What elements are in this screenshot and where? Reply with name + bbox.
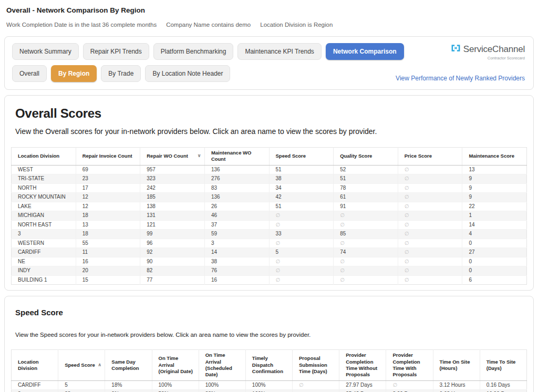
value-cell: 9: [462, 174, 527, 184]
table-row: 3330%50%33%100%∅25.42 Days8.00 Days6.68 …: [12, 390, 527, 392]
speed-score-description: View the Speed scores for your in-networ…: [15, 332, 523, 338]
column-header[interactable]: Repair Invoice Count: [76, 148, 140, 166]
value-cell: 90: [140, 257, 205, 266]
value-cell: ∅: [269, 220, 334, 230]
value-cell: ∅: [398, 266, 462, 276]
primary-tabs-row: Network SummaryRepair KPI TrendsPlatform…: [12, 43, 526, 60]
value-cell: 5: [58, 380, 105, 390]
column-header[interactable]: Time To Site (Days): [480, 350, 526, 380]
value-cell: 5: [269, 248, 334, 257]
area-name-cell[interactable]: 3: [12, 390, 58, 392]
value-cell: 100%: [245, 380, 292, 390]
value-cell: 0: [462, 266, 527, 276]
column-header[interactable]: Price Score: [398, 148, 462, 166]
filter-location-division[interactable]: Location Division is Region: [260, 22, 333, 28]
area-name-cell[interactable]: LAKE: [12, 202, 76, 211]
table-row: ROCKY MOUNTAIN121851364261∅9: [12, 193, 527, 202]
column-header[interactable]: Maintenance Score: [462, 148, 527, 166]
column-header[interactable]: On Time Arrival (Scheduled Date): [199, 350, 245, 380]
area-name-cell[interactable]: TRI-STATE: [12, 174, 76, 184]
column-header[interactable]: Provider Completion Time With Proposals: [386, 350, 433, 380]
value-cell: 9: [462, 193, 527, 202]
value-cell: 33: [269, 230, 334, 239]
value-cell: 14: [462, 220, 527, 230]
value-cell: 0: [462, 257, 527, 266]
value-cell: 76: [204, 266, 269, 276]
filter-work-completion-date[interactable]: Work Completion Date is in the last 36 c…: [6, 22, 157, 28]
column-header[interactable]: Provider Completion Time Without Proposa…: [339, 350, 386, 380]
area-name-cell[interactable]: CARDIFF: [12, 248, 76, 257]
area-name-cell[interactable]: NE: [12, 257, 76, 266]
column-header[interactable]: Repair WO Count∨: [140, 148, 205, 166]
value-cell: 34: [269, 183, 334, 193]
value-cell: 27: [462, 248, 527, 257]
value-cell: 42: [269, 193, 334, 202]
table-row: NE169038∅∅∅0: [12, 257, 527, 266]
value-cell: 61: [334, 193, 398, 202]
navigation-card: Network SummaryRepair KPI TrendsPlatform…: [4, 36, 534, 90]
area-name-cell[interactable]: ROCKY MOUNTAIN: [12, 193, 76, 202]
value-cell: ∅: [398, 183, 462, 193]
column-header[interactable]: Speed Score: [269, 148, 334, 166]
tab-network-summary[interactable]: Network Summary: [12, 43, 79, 60]
tab-maintenance-kpi-trends[interactable]: Maintenance KPI Trends: [237, 43, 321, 60]
value-cell: 22: [462, 202, 527, 211]
column-header[interactable]: Time On Site (Hours): [433, 350, 480, 380]
tab-by-region[interactable]: By Region: [51, 65, 97, 82]
tab-network-comparison[interactable]: Network Comparison: [326, 43, 404, 60]
logo-wordmark: ServiceChannel: [463, 44, 525, 55]
value-cell: 136: [204, 165, 269, 174]
table-row: 31899593385∅4: [12, 230, 527, 239]
area-name-cell[interactable]: 3: [12, 230, 76, 239]
value-cell: 69: [76, 165, 140, 174]
value-cell: 6.68 Hours: [433, 390, 480, 392]
newly-ranked-providers-link[interactable]: View Performance of Newly Ranked Provide…: [396, 75, 525, 82]
value-cell: 13: [76, 220, 140, 230]
overall-scores-table: Location DivisionRepair Invoice CountRep…: [11, 147, 527, 285]
area-name-cell[interactable]: MICHIGAN: [12, 211, 76, 221]
area-name-cell[interactable]: INDY: [12, 266, 76, 276]
table-row: MICHIGAN1813146∅∅∅1: [12, 211, 527, 221]
area-name-cell[interactable]: BUILDING 1: [12, 275, 76, 285]
table-row: NORTH17242833478∅9: [12, 183, 527, 193]
value-cell: 33%: [199, 390, 245, 392]
column-header[interactable]: Speed Score∧: [58, 350, 105, 380]
column-header[interactable]: Location Division: [12, 148, 76, 166]
value-cell: 131: [140, 211, 205, 221]
value-cell: ∅: [398, 248, 462, 257]
value-cell: 26: [204, 202, 269, 211]
column-header[interactable]: On Time Arrival (Original Date): [152, 350, 199, 380]
column-header[interactable]: Maintenance WO Count: [204, 148, 269, 166]
tab-repair-kpi-trends[interactable]: Repair KPI Trends: [83, 43, 149, 60]
value-cell: 91: [334, 202, 398, 211]
area-name-cell[interactable]: CARDIFF: [12, 380, 58, 390]
value-cell: 83: [204, 183, 269, 193]
column-header[interactable]: Proposal Submission Time (Days): [293, 350, 339, 380]
area-name-cell[interactable]: NORTH: [12, 183, 76, 193]
value-cell: ∅: [334, 266, 398, 276]
tab-platform-benchmarking[interactable]: Platform Benchmarking: [153, 43, 234, 60]
column-header[interactable]: Same Day Completion: [105, 350, 152, 380]
column-header[interactable]: Timely Dispatch Confirmation: [245, 350, 292, 380]
value-cell: 0.16 Days: [480, 380, 526, 390]
column-header[interactable]: Location Division: [12, 350, 58, 380]
value-cell: 957: [140, 165, 205, 174]
area-name-cell[interactable]: NORTH EAST: [12, 220, 76, 230]
page-header: Overall - Network Comparison By Region W…: [0, 0, 538, 28]
tab-by-location-note-header[interactable]: By Location Note Header: [145, 65, 230, 82]
tab-overall[interactable]: Overall: [12, 65, 47, 82]
column-header[interactable]: Quality Score: [334, 148, 398, 166]
sort-asc-icon: ∧: [98, 362, 101, 368]
primary-tabs: Network SummaryRepair KPI TrendsPlatform…: [12, 43, 404, 60]
value-cell: ∅: [334, 257, 398, 266]
secondary-tabs: OverallBy RegionBy TradeBy Location Note…: [12, 65, 230, 82]
value-cell: ∅: [269, 211, 334, 221]
value-cell: 100%: [245, 390, 292, 392]
value-cell: 25.42 Days: [339, 390, 386, 392]
value-cell: 33: [58, 390, 105, 392]
area-name-cell[interactable]: WEST: [12, 165, 76, 174]
tab-by-trade[interactable]: By Trade: [101, 65, 141, 82]
area-name-cell[interactable]: WESTERN: [12, 239, 76, 248]
value-cell: ∅: [398, 275, 462, 285]
filter-company-name[interactable]: Company Name contains demo: [166, 22, 251, 28]
